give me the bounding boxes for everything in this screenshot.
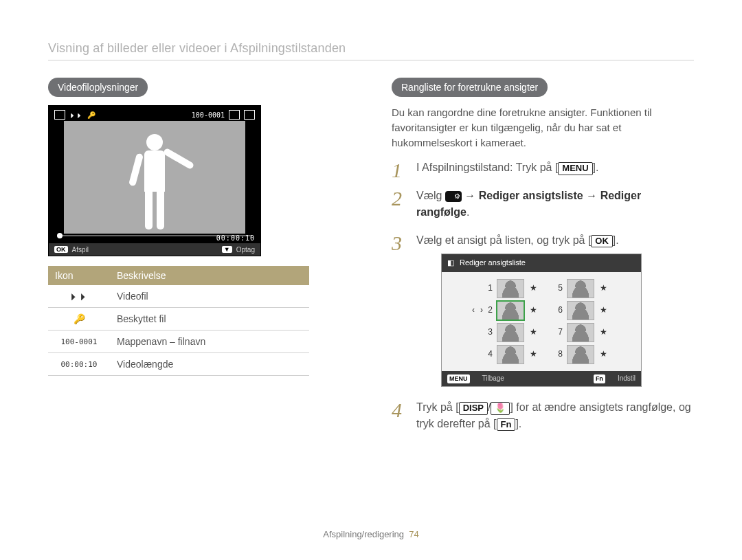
right-pill-heading: Rangliste for foretrukne ansigter xyxy=(392,78,548,97)
folder-label-icon: 100-0001 xyxy=(61,337,98,346)
face-thumb xyxy=(497,323,524,342)
back-label: Tilbage xyxy=(482,374,504,384)
menu-key-icon: MENU xyxy=(447,374,470,383)
arrow-icon: → xyxy=(583,190,600,201)
duration-readout: 00:00:10 xyxy=(216,234,255,242)
star-icon: ★ xyxy=(600,282,609,294)
silhouette-icon xyxy=(134,134,175,234)
face-rank: 3 xyxy=(473,326,493,338)
footer-section: Afspilning/redigering xyxy=(323,529,404,539)
face-thumb xyxy=(567,279,594,298)
storage-icon xyxy=(229,110,240,120)
lock-icon: 🔑 xyxy=(87,111,95,119)
battery-icon xyxy=(244,110,255,120)
disp-button-label: DISP xyxy=(459,402,488,414)
star-icon: ★ xyxy=(530,304,539,316)
row-desc: Videolængde xyxy=(110,353,309,376)
face-settings-icon: ◧ xyxy=(447,258,454,269)
star-icon: ★ xyxy=(530,348,539,360)
video-mode-icon: ⏵⏵ xyxy=(69,111,83,119)
play-box-icon xyxy=(54,110,65,120)
ok-button-label: OK xyxy=(591,235,613,247)
step-4: Tryk på [DISP/🌷] for at ændre ansigtets … xyxy=(392,399,694,431)
step-bold: Rediger ansigtsliste xyxy=(479,190,583,201)
face-rank: 4 xyxy=(473,348,493,360)
row-desc: Mappenavn – filnavn xyxy=(110,331,309,353)
fn-key-icon: Fn xyxy=(594,374,605,383)
face-panel: ◧ Rediger ansigtsliste 1★ 5★ 2★ 6★ 3★ 7★… xyxy=(441,254,642,387)
title-rule xyxy=(48,60,694,60)
face-thumb xyxy=(567,323,594,342)
footer-page-number: 74 xyxy=(409,529,418,539)
step-2: Vælg → Rediger ansigtsliste → Rediger ra… xyxy=(392,188,694,219)
video-preview: ⏵⏵ 🔑 100-0001 00:00:10 OK xyxy=(48,105,261,256)
steps-list: I Afspilningstilstand: Tryk på [MENU]. V… xyxy=(392,159,694,432)
macro-button-label: 🌷 xyxy=(491,402,510,414)
video-icon: ⏵⏵ xyxy=(69,291,89,302)
face-rank: 7 xyxy=(543,326,563,338)
face-panel-title: Rediger ansigtsliste xyxy=(460,258,526,269)
set-label: Indstil xyxy=(618,374,636,384)
step-text: Vælg xyxy=(416,190,445,201)
fn-button-label: Fn xyxy=(497,418,516,431)
menu-button-label: MENU xyxy=(558,162,592,175)
page-footer: Afspilning/redigering 74 xyxy=(0,529,742,539)
face-thumb xyxy=(497,279,524,298)
step-text: ]. xyxy=(613,234,619,246)
face-rank: 6 xyxy=(543,304,563,316)
folder-file-label: 100-0001 xyxy=(192,111,225,119)
face-thumb xyxy=(497,345,524,364)
step-text: . xyxy=(466,206,469,218)
th-desc: Beskrivelse xyxy=(110,266,309,285)
step-text: Vælg et ansigt på listen, og tryk på [ xyxy=(416,234,591,246)
step-text: Tryk på [ xyxy=(416,401,459,413)
table-row: ⏵⏵ Videofil xyxy=(48,285,309,308)
step-text: ]. xyxy=(593,161,599,173)
table-row: 00:00:10 Videolængde xyxy=(48,353,309,376)
play-label: Afspil xyxy=(72,246,89,254)
right-column: Rangliste for foretrukne ansigter Du kan… xyxy=(392,78,694,444)
face-rank: 1 xyxy=(473,282,493,294)
star-icon: ★ xyxy=(530,326,539,338)
icon-table: Ikon Beskrivelse ⏵⏵ Videofil 🔑 Beskyttet… xyxy=(48,266,309,376)
table-row: 100-0001 Mappenavn – filnavn xyxy=(48,331,309,353)
table-row: 🔑 Beskyttet fil xyxy=(48,308,309,331)
star-icon: ★ xyxy=(600,304,609,316)
ok-key-icon: OK xyxy=(54,246,68,253)
left-column: Videofiloplysninger ⏵⏵ 🔑 100-0001 xyxy=(48,78,350,444)
face-rank-selected: 2 xyxy=(473,304,493,316)
arrow-icon: → xyxy=(462,190,479,201)
duration-label-icon: 00:00:10 xyxy=(61,360,98,369)
step-text: I Afspilningstilstand: Tryk på [ xyxy=(416,161,558,173)
row-desc: Videofil xyxy=(110,285,309,308)
face-thumb xyxy=(567,301,594,320)
face-thumb xyxy=(567,345,594,364)
face-thumb-selected xyxy=(497,301,524,320)
row-desc: Beskyttet fil xyxy=(110,308,309,331)
down-key-icon: ▼ xyxy=(222,246,232,253)
page-title: Visning af billeder eller videoer i Afsp… xyxy=(48,41,694,56)
face-rank: 5 xyxy=(543,282,563,294)
record-label: Optag xyxy=(236,246,255,254)
star-icon: ★ xyxy=(600,348,609,360)
face-rank: 8 xyxy=(543,348,563,360)
settings-chip-icon xyxy=(445,191,462,202)
th-icon: Ikon xyxy=(48,266,110,285)
star-icon: ★ xyxy=(530,282,539,294)
step-text: ]. xyxy=(515,418,521,429)
step-3: Vælg et ansigt på listen, og tryk på [OK… xyxy=(392,232,694,388)
lock-icon: 🔑 xyxy=(74,313,85,324)
star-icon: ★ xyxy=(600,326,609,338)
intro-text: Du kan rangordne dine foretrukne ansigte… xyxy=(392,105,694,150)
step-1: I Afspilningstilstand: Tryk på [MENU]. xyxy=(392,159,694,175)
left-pill-heading: Videofiloplysninger xyxy=(48,78,148,97)
